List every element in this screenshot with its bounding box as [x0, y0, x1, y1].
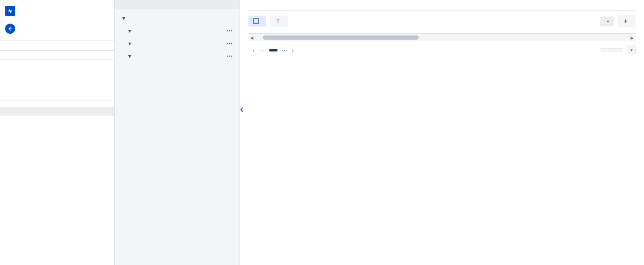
horizontal-scrollbar[interactable]: ◀ ▶	[248, 34, 636, 41]
nav-cycle-summary[interactable]	[0, 107, 114, 116]
more-icon[interactable]: ⋯	[226, 40, 234, 47]
create-new-cycle[interactable]	[115, 0, 240, 9]
nav-create-test[interactable]	[0, 66, 114, 75]
chevron-down-icon: ▾	[127, 27, 132, 34]
nav-manage-filters[interactable]	[0, 124, 114, 132]
tree-version-1-0[interactable]: ▾ ⋯	[118, 50, 236, 62]
chevron-down-icon: ▾	[127, 53, 132, 59]
trash-icon	[275, 18, 281, 24]
more-icon[interactable]: ⋯	[226, 27, 234, 34]
chevron-down-icon: ▾	[607, 19, 609, 24]
tree-unscheduled[interactable]: ▾ ⋯	[118, 24, 236, 37]
columns-button[interactable]: ▾	[600, 16, 614, 26]
nav-search-tests[interactable]	[0, 83, 114, 92]
pager-dots: ⋯	[282, 47, 288, 54]
back-arrow-icon	[5, 24, 15, 34]
nav-zephyr[interactable]	[0, 41, 114, 50]
plus-icon: ＋	[622, 17, 628, 25]
nav-section-design	[0, 59, 114, 66]
pager-prev[interactable]: ‹	[253, 47, 255, 54]
scrollbar-thumb[interactable]	[263, 35, 419, 40]
page-size[interactable]	[601, 48, 623, 52]
select-all-button[interactable]	[248, 16, 266, 27]
nav-whats-new[interactable]	[0, 51, 114, 59]
tree-unreleased[interactable]: ▾	[118, 12, 236, 24]
delete-button[interactable]	[270, 16, 288, 27]
nav-import-tests[interactable]	[0, 92, 114, 100]
more-icon[interactable]: ⋯	[226, 53, 234, 59]
page-size-dropdown[interactable]: ▾	[628, 46, 636, 54]
project-icon	[5, 6, 15, 16]
scroll-right-icon[interactable]: ▶	[628, 35, 636, 40]
pager-next[interactable]: ›	[292, 47, 294, 54]
scroll-left-icon[interactable]: ◀	[248, 35, 256, 40]
pager-current	[269, 49, 278, 51]
nav-search-executions[interactable]	[0, 116, 114, 124]
add-tests-button[interactable]: ＋	[618, 15, 636, 27]
chevron-down-icon: ▾	[127, 40, 132, 47]
checkbox-icon	[253, 18, 259, 24]
collapse-handle[interactable]	[240, 105, 245, 115]
pager-dots: ⋯	[259, 47, 265, 54]
nav-section-planning	[0, 100, 114, 107]
nav-create-bdd[interactable]	[0, 75, 114, 83]
back-to-project[interactable]	[0, 19, 114, 41]
chevron-down-icon: ▾	[121, 15, 127, 22]
tree-version-1-1[interactable]: ▾ ⋯	[118, 37, 236, 50]
